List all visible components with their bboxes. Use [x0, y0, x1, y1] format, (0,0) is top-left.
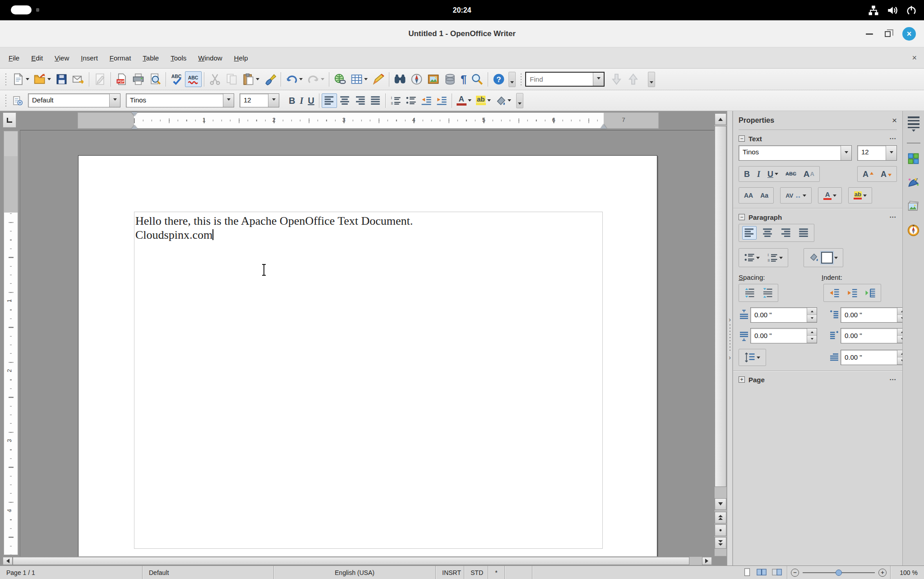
uppercase-button[interactable]: AA [742, 191, 755, 200]
close-window-button[interactable]: × [902, 27, 916, 41]
line-spacing-button[interactable] [743, 351, 762, 364]
sidebar-align-right-button[interactable] [778, 226, 793, 240]
tab-properties-icon[interactable] [907, 153, 919, 165]
zoom-level[interactable]: 100 % [891, 569, 924, 576]
paragraph-background-button[interactable] [807, 250, 840, 265]
lowercase-button[interactable]: Aa [758, 191, 770, 200]
align-center-button[interactable] [337, 93, 352, 108]
paragraph-style-dropdown[interactable] [109, 94, 120, 107]
sidebar-highlighting-button[interactable]: ab [852, 190, 869, 201]
document-page[interactable]: Hello there, this is the Apache OpenOffi… [78, 155, 657, 556]
font-color-button[interactable]: A [454, 93, 474, 107]
sidebar-font-color-dropdown[interactable] [833, 195, 836, 199]
numbered-list-dropdown[interactable] [779, 257, 783, 261]
find-input[interactable] [526, 73, 593, 86]
bold-button[interactable]: B [286, 94, 297, 107]
export-pdf-button[interactable]: PDF [113, 71, 130, 87]
insert-table-button[interactable] [348, 71, 370, 87]
power-icon[interactable] [906, 5, 917, 16]
paragraph-section-more-button[interactable]: ⋯ [889, 213, 897, 221]
sidebar-italic-button[interactable]: I [755, 169, 762, 180]
decrease-font-size-button[interactable]: A [879, 169, 893, 180]
menu-tools[interactable]: Tools [165, 52, 192, 64]
spin-down[interactable] [807, 315, 817, 322]
above-paragraph-spacing-value[interactable]: 0.00 " [751, 308, 807, 322]
redo-dropdown-arrow[interactable] [321, 78, 324, 82]
vertical-ruler[interactable]: 1 2 3 4 [4, 131, 18, 555]
paste-button[interactable] [240, 71, 262, 87]
menu-view[interactable]: View [49, 52, 75, 64]
next-page-button[interactable] [715, 537, 726, 549]
decrease-indent-button[interactable] [419, 93, 434, 108]
spin-up[interactable] [807, 329, 817, 336]
new-document-button[interactable] [10, 71, 32, 87]
underline-dropdown[interactable] [775, 173, 778, 177]
sidebar-close-button[interactable]: × [892, 116, 897, 125]
view-multi-page-button[interactable] [756, 568, 767, 578]
paragraph-background-dropdown[interactable] [834, 257, 838, 261]
gallery-button[interactable] [425, 71, 442, 87]
zoom-button[interactable] [469, 71, 485, 87]
close-document-icon[interactable]: × [912, 54, 917, 62]
menu-format[interactable]: Format [104, 52, 137, 64]
restore-button[interactable] [885, 31, 891, 37]
find-dropdown-button[interactable] [593, 73, 604, 86]
character-spacing-button[interactable]: AV↔ [784, 190, 808, 201]
tab-styles-icon[interactable] [907, 176, 919, 189]
switch-indent-button[interactable] [863, 286, 878, 300]
tab-stop-selector-button[interactable] [3, 112, 16, 128]
page-preview-button[interactable] [147, 71, 163, 87]
print-button[interactable] [130, 71, 147, 87]
sidebar-font-size-dropdown[interactable] [886, 146, 896, 160]
horizontal-scrollbar-thumb[interactable] [13, 557, 689, 565]
view-book-button[interactable] [772, 568, 782, 578]
format-paintbrush-button[interactable] [262, 71, 278, 87]
styles-button[interactable] [10, 93, 25, 108]
sidebar-strikethrough-button[interactable]: ABC [784, 170, 798, 178]
zoom-slider-thumb[interactable] [836, 570, 842, 576]
previous-page-button[interactable] [715, 512, 726, 523]
left-indent-marker[interactable] [131, 122, 138, 129]
toolbar-options-button[interactable] [516, 93, 523, 108]
highlighting-dropdown[interactable] [487, 99, 491, 103]
selection-mode-status[interactable]: STD [464, 569, 488, 576]
find-toolbar-options-button[interactable] [648, 72, 655, 87]
paste-dropdown-arrow[interactable] [256, 78, 259, 82]
menu-help[interactable]: Help [228, 52, 254, 64]
sidebar-font-color-button[interactable]: A [822, 190, 838, 201]
navigation-button[interactable] [715, 524, 726, 536]
align-right-button[interactable] [352, 93, 368, 108]
navigator-button[interactable] [408, 71, 425, 87]
sidebar-splitter[interactable]: › › [727, 111, 733, 565]
sidebar-increase-indent-button[interactable] [845, 286, 859, 300]
text-area[interactable]: Hello there, this is the Apache OpenOffi… [134, 212, 603, 549]
scroll-up-button[interactable] [715, 113, 726, 125]
sidebar-align-left-button[interactable] [742, 226, 757, 240]
increase-font-size-button[interactable]: A [861, 169, 875, 180]
spellcheck-button[interactable]: ABC [168, 71, 185, 87]
sidebar-bold-button[interactable]: B [742, 169, 752, 180]
decrease-paragraph-spacing-button[interactable] [760, 286, 775, 300]
zoom-out-button[interactable]: − [791, 569, 799, 577]
undo-button[interactable] [283, 71, 305, 87]
zoom-in-button[interactable]: + [878, 569, 887, 577]
toolbar-options-button[interactable] [508, 72, 516, 87]
minimize-button[interactable] [866, 33, 873, 35]
before-text-indent-value[interactable]: 0.00 " [841, 308, 897, 322]
sidebar-bullet-list-button[interactable] [742, 251, 762, 264]
align-justify-button[interactable] [368, 93, 383, 108]
underline-button[interactable]: U [305, 94, 316, 107]
right-indent-marker[interactable] [601, 121, 607, 129]
italic-button[interactable]: I [297, 94, 305, 107]
character-dialog-button[interactable]: AA [802, 168, 816, 180]
find-toolbar-grip[interactable] [520, 74, 522, 85]
scroll-left-button[interactable] [3, 557, 13, 565]
page-section-expand-button[interactable]: + [739, 376, 745, 383]
table-dropdown-arrow[interactable] [364, 78, 368, 82]
font-name-dropdown[interactable] [223, 94, 234, 107]
undo-dropdown-arrow[interactable] [299, 78, 303, 82]
sidebar-font-name-dropdown[interactable] [841, 146, 851, 160]
below-paragraph-spacing-value[interactable]: 0.00 " [751, 329, 807, 343]
background-color-dropdown[interactable] [508, 99, 511, 103]
tab-gallery-icon[interactable] [907, 200, 919, 213]
